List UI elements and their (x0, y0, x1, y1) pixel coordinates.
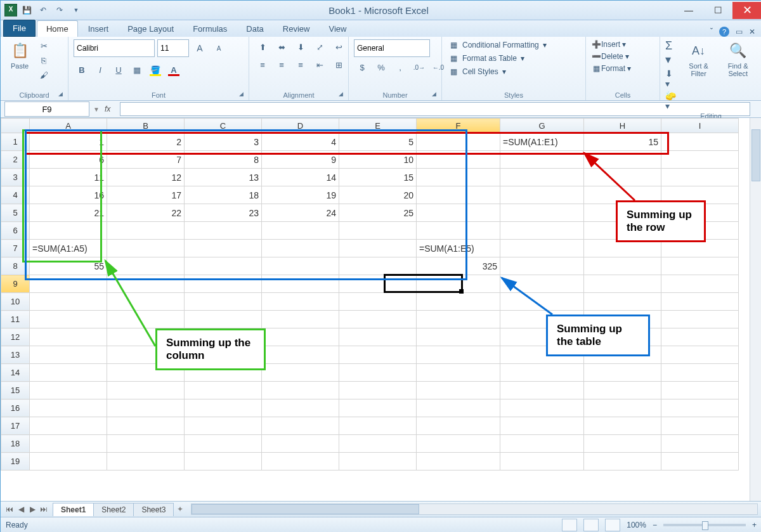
horizontal-scrollbar[interactable] (191, 503, 758, 515)
cell-D4[interactable]: 19 (262, 186, 339, 204)
row-header-4[interactable]: 4 (1, 186, 30, 204)
maximize-button[interactable]: ☐ (703, 2, 732, 19)
cell-H1[interactable]: 15 (584, 133, 661, 151)
font-size-input[interactable] (157, 39, 189, 57)
cell-E17[interactable] (339, 417, 417, 435)
autosum-icon[interactable]: Σ ▾ (665, 39, 678, 67)
cell-E8[interactable] (339, 257, 417, 275)
cell-H2[interactable] (584, 151, 661, 169)
view-tab[interactable]: View (320, 21, 355, 37)
sheet-nav-last-icon[interactable]: ⏭ (39, 505, 49, 514)
cell-D13[interactable] (262, 346, 339, 364)
increase-decimal-icon[interactable]: .0→ (411, 60, 427, 75)
cell-A18[interactable] (30, 435, 107, 453)
insert-cells-button[interactable]: ➕Insert ▾ (591, 39, 631, 49)
cell-C7[interactable] (185, 240, 262, 257)
cell-D18[interactable] (262, 435, 339, 453)
cell-C11[interactable] (185, 311, 262, 328)
cell-F12[interactable] (417, 328, 500, 346)
font-name-input[interactable] (74, 39, 155, 57)
font-color-icon[interactable]: A (166, 62, 182, 77)
bold-button[interactable]: B (74, 62, 90, 77)
cell-A4[interactable]: 16 (30, 186, 107, 204)
cell-E10[interactable] (339, 293, 417, 311)
cell-F10[interactable] (417, 293, 500, 311)
cell-B18[interactable] (107, 435, 185, 453)
cell-F2[interactable] (417, 151, 500, 169)
sheet-nav-prev-icon[interactable]: ◀ (16, 505, 26, 514)
cell-E12[interactable] (339, 328, 417, 346)
cell-G15[interactable] (500, 382, 584, 399)
cell-E5[interactable]: 25 (339, 204, 417, 222)
cell-B17[interactable] (107, 417, 185, 435)
cell-A11[interactable] (30, 311, 107, 328)
zoom-in-icon[interactable]: + (752, 521, 757, 529)
cell-I5[interactable] (661, 204, 739, 222)
cell-D11[interactable] (262, 311, 339, 328)
help-icon[interactable]: ? (719, 27, 729, 37)
cell-A3[interactable]: 11 (30, 169, 107, 186)
cell-I18[interactable] (661, 435, 739, 453)
minimize-button[interactable]: — (674, 2, 703, 19)
cell-C17[interactable] (185, 417, 262, 435)
cell-G14[interactable] (500, 364, 584, 382)
cell-I1[interactable] (661, 133, 739, 151)
cell-D17[interactable] (262, 417, 339, 435)
insert-tab[interactable]: Insert (79, 21, 118, 37)
cell-F9[interactable] (417, 275, 500, 293)
vertical-scroll-thumb[interactable] (751, 129, 760, 181)
normal-view-icon[interactable] (562, 519, 577, 531)
zoom-out-icon[interactable]: − (653, 521, 657, 529)
cell-F11[interactable] (417, 311, 500, 328)
cell-G11[interactable] (500, 311, 584, 328)
cell-D9[interactable] (262, 275, 339, 293)
column-header-F[interactable]: F (417, 119, 500, 133)
cell-F18[interactable] (417, 435, 500, 453)
shrink-font-icon[interactable]: A (211, 41, 227, 56)
file-tab[interactable]: File (3, 20, 36, 37)
data-tab[interactable]: Data (237, 21, 272, 37)
cell-C2[interactable]: 8 (185, 151, 262, 169)
cell-C13[interactable] (185, 346, 262, 364)
cell-H19[interactable] (584, 453, 661, 470)
cell-E4[interactable]: 20 (339, 186, 417, 204)
align-bottom-icon[interactable]: ⬇ (292, 39, 309, 55)
cell-C15[interactable] (185, 382, 262, 399)
cell-A14[interactable] (30, 364, 107, 382)
cell-E18[interactable] (339, 435, 417, 453)
alignment-launcher-icon[interactable]: ◢ (339, 91, 346, 98)
cell-G7[interactable] (500, 240, 584, 257)
cell-G16[interactable] (500, 399, 584, 417)
row-header-3[interactable]: 3 (1, 169, 30, 186)
cell-B7[interactable] (107, 240, 185, 257)
cell-B12[interactable] (107, 328, 185, 346)
row-header-12[interactable]: 12 (1, 328, 30, 346)
cell-A8[interactable]: 55 (30, 257, 107, 275)
cell-I17[interactable] (661, 417, 739, 435)
cell-H6[interactable] (584, 222, 661, 240)
cell-F16[interactable] (417, 399, 500, 417)
cell-D14[interactable] (262, 364, 339, 382)
cell-A7[interactable]: =SUM(A1:A5) (30, 240, 107, 257)
vertical-scrollbar[interactable] (750, 118, 761, 501)
cell-C6[interactable] (185, 222, 262, 240)
cell-I3[interactable] (661, 169, 739, 186)
sheet-nav-next-icon[interactable]: ▶ (27, 505, 37, 514)
font-launcher-icon[interactable]: ◢ (239, 91, 247, 98)
undo-icon[interactable]: ↶ (36, 3, 50, 17)
cell-H5[interactable] (584, 204, 661, 222)
cell-A2[interactable]: 6 (30, 151, 107, 169)
merge-icon[interactable]: ⊞ (330, 57, 347, 72)
cell-F5[interactable] (417, 204, 500, 222)
cell-D6[interactable] (262, 222, 339, 240)
number-launcher-icon[interactable]: ◢ (432, 91, 439, 98)
decrease-indent-icon[interactable]: ⇤ (311, 57, 328, 72)
format-as-table-button[interactable]: ▦Format as Table ▾ (447, 53, 548, 64)
cell-E7[interactable] (339, 240, 417, 257)
cell-H3[interactable] (584, 169, 661, 186)
cell-G12[interactable] (500, 328, 584, 346)
cell-A12[interactable] (30, 328, 107, 346)
cell-C1[interactable]: 3 (185, 133, 262, 151)
align-center-icon[interactable]: ≡ (273, 57, 290, 72)
cell-G5[interactable] (500, 204, 584, 222)
